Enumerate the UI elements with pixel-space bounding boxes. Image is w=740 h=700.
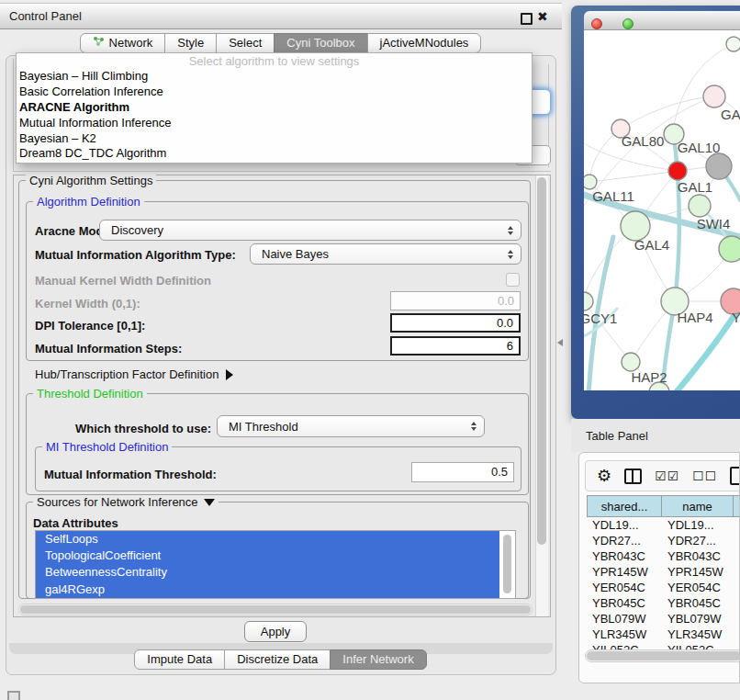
- table-row[interactable]: YBR043CYBR043C: [587, 548, 740, 564]
- algorithm-option[interactable]: Bayesian – Hill Climbing: [17, 69, 532, 85]
- network-node-gal[interactable]: [703, 85, 725, 107]
- table-cell: YDR27...: [587, 533, 662, 548]
- vertical-scrollbar-thumb[interactable]: [537, 177, 546, 545]
- sources-legend[interactable]: Sources for Network Inference: [33, 496, 219, 509]
- combo-arrows-icon: [506, 250, 514, 259]
- aracne-mode-select[interactable]: Discovery: [99, 220, 521, 241]
- algorithm-option[interactable]: Bayesian – K2: [17, 131, 532, 147]
- column-header[interactable]: shared...: [587, 495, 662, 517]
- kernel-width-field[interactable]: 0.0: [390, 291, 521, 310]
- close-traffic-icon[interactable]: [591, 18, 602, 29]
- table-cell: 9.: [734, 627, 740, 642]
- control-panel-title-bar[interactable]: Control Panel ✖: [0, 3, 562, 29]
- select-all-icon[interactable]: ☑☑: [655, 469, 679, 483]
- zoom-traffic-icon[interactable]: [622, 18, 633, 29]
- table-header-row: shared...name: [587, 495, 740, 517]
- hub-definition-toggle[interactable]: Hub/Transcription Factor Definition: [35, 367, 233, 381]
- table-cell: 9.: [734, 595, 740, 611]
- attribute-item[interactable]: gal4RGexp: [36, 581, 499, 598]
- table-cell: 13: [734, 517, 740, 533]
- table-hscrollbar-thumb[interactable]: [587, 651, 740, 660]
- mi-algorithm-type-select[interactable]: Naive Bayes: [250, 243, 521, 265]
- table-horizontal-scrollbar[interactable]: [585, 649, 740, 662]
- algorithm-option[interactable]: ARACNE Algorithm: [17, 100, 532, 116]
- panel-splitter-arrow[interactable]: [557, 339, 563, 346]
- algorithm-definition-legend: Algorithm Definition: [33, 196, 144, 209]
- node-label: HAP2: [631, 369, 667, 385]
- network-node[interactable]: [706, 153, 732, 179]
- table-row[interactable]: YER054CYER054C8.: [587, 580, 740, 595]
- node-label: GAL80: [622, 133, 665, 149]
- table-row[interactable]: YBR045CYBR045C9.: [587, 595, 740, 611]
- mi-steps-field[interactable]: 6: [390, 336, 521, 356]
- column-header[interactable]: [733, 495, 740, 517]
- dpi-tolerance-field[interactable]: 0.0: [390, 313, 521, 333]
- apply-button[interactable]: Apply: [244, 621, 307, 642]
- table-row[interactable]: YBL079WYBL079W: [587, 611, 740, 627]
- table-row[interactable]: YPR145WYPR145W9.: [587, 564, 740, 580]
- which-threshold-select[interactable]: MI Threshold: [217, 415, 485, 437]
- tab-jactivemnodules[interactable]: jActiveMNodules: [367, 33, 482, 53]
- network-node-hap2[interactable]: [622, 353, 640, 371]
- network-node[interactable]: [668, 162, 687, 180]
- node-label: GCY1: [584, 310, 617, 326]
- network-view-window[interactable]: GALGAL80GAL10GAL11GAL1SWI4GAL4GCY1HAP4YH…: [571, 6, 740, 419]
- gear-icon[interactable]: ⚙: [597, 468, 611, 484]
- dropdown-prompt: Select algorithm to view settings: [17, 53, 532, 69]
- float-window-icon[interactable]: [521, 13, 533, 25]
- tab-select[interactable]: Select: [216, 33, 275, 53]
- attribute-item[interactable]: BetweennessCentrality: [36, 564, 499, 581]
- table-row[interactable]: YLR345WYLR345W9.: [587, 627, 740, 642]
- network-node-swi4[interactable]: [719, 236, 740, 262]
- network-node-gal1[interactable]: [689, 195, 711, 217]
- network-node-gcy1[interactable]: [584, 292, 593, 310]
- tab-network[interactable]: Network: [80, 33, 166, 53]
- attribute-item[interactable]: SelfLoops: [36, 531, 499, 548]
- threshold-definition-legend: Threshold Definition: [33, 388, 147, 401]
- table-cell: YBR043C: [662, 548, 734, 564]
- network-edge: [621, 96, 714, 129]
- attribute-item[interactable]: TopologicalCoefficient: [36, 548, 499, 564]
- split-columns-icon[interactable]: [624, 469, 642, 484]
- collapse-down-icon[interactable]: [204, 499, 215, 506]
- close-icon[interactable]: ✖: [537, 9, 548, 24]
- algorithm-option[interactable]: Mutual Information Inference: [17, 116, 532, 131]
- table-cell: YBR045C: [662, 595, 734, 611]
- horizontal-scrollbar-thumb[interactable]: [20, 605, 531, 614]
- tab-discretize-data[interactable]: Discretize Data: [224, 649, 331, 670]
- tab-cyni-toolbox[interactable]: Cyni Toolbox: [274, 33, 367, 53]
- node-label: GAL: [721, 107, 740, 122]
- column-header[interactable]: name: [661, 495, 734, 517]
- network-node[interactable]: [726, 37, 740, 51]
- desktop: Control Panel ✖ NetworkStyleSelectCyni T…: [0, 0, 740, 700]
- deselect-all-icon[interactable]: ☐☐: [692, 469, 717, 483]
- table-row[interactable]: YDL19...YDL19...13: [587, 517, 740, 533]
- corner-grip-icon[interactable]: [7, 691, 20, 700]
- manual-kernel-width-checkbox[interactable]: [506, 273, 520, 287]
- network-canvas[interactable]: GALGAL80GAL10GAL11GAL1SWI4GAL4GCY1HAP4YH…: [584, 30, 740, 390]
- network-node-gal11[interactable]: [584, 175, 597, 189]
- network-window-title-bar[interactable]: [584, 11, 740, 30]
- sources-legend-label: Sources for Network Inference: [37, 495, 198, 509]
- node-label: GAL10: [678, 140, 721, 155]
- tab-style[interactable]: Style: [164, 33, 217, 53]
- table-cell: 8.: [734, 580, 740, 595]
- mi-threshold-field[interactable]: 0.5: [411, 462, 514, 482]
- mi-threshold-label: Mutual Information Threshold:: [44, 468, 217, 481]
- minimize-traffic-icon[interactable]: [607, 18, 618, 29]
- algorithm-option[interactable]: Dream8 DC_TDC Algorithm: [17, 146, 532, 162]
- document-icon[interactable]: [730, 467, 740, 485]
- horizontal-scrollbar[interactable]: [18, 604, 533, 615]
- expand-right-icon[interactable]: [226, 369, 233, 380]
- algorithm-option[interactable]: Basic Correlation Inference: [17, 85, 532, 100]
- which-threshold-label: Which threshold to use:: [75, 422, 211, 435]
- aracne-mode-value: Discovery: [100, 223, 506, 237]
- mi-algorithm-type-value: Naive Bayes: [251, 247, 506, 261]
- control-panel-tab-bar: NetworkStyleSelectCyni ToolboxjActiveMNo…: [0, 33, 562, 54]
- list-scrollbar-thumb[interactable]: [503, 535, 511, 593]
- tab-infer-network[interactable]: Infer Network: [330, 649, 426, 670]
- tab-impute-data[interactable]: Impute Data: [134, 649, 225, 670]
- mi-steps-label: Mutual Information Steps:: [35, 342, 182, 356]
- table-cell: 12: [734, 533, 740, 548]
- table-row[interactable]: YDR27...YDR27...12: [587, 533, 740, 548]
